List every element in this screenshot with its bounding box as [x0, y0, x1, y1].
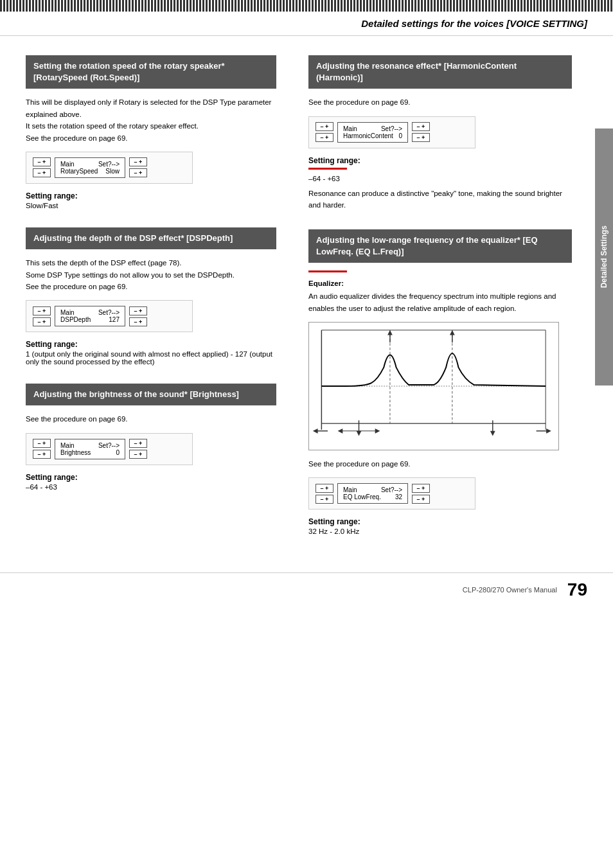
eq-lowfreq-body: Equalizer: An audio equalizer divides th… — [308, 278, 572, 314]
section-brightness: Adjusting the brightness of the sound* [… — [26, 384, 276, 491]
dsp-minus-bot[interactable]: – + — [33, 317, 51, 326]
harmonic-range-value: –64 - +63 — [308, 175, 572, 182]
svg-marker-12 — [313, 429, 318, 434]
harmonic-device: – + – + Main Set?--> HarmonicContent 0 –… — [308, 116, 475, 148]
eq-lowfreq-heading: Adjusting the low-range frequency of the… — [308, 229, 572, 263]
eq-right-btns: – + – + — [412, 484, 430, 504]
left-column: Setting the rotation speed of the rotary… — [0, 49, 296, 560]
brightness-device: – + – + Main Set?--> Brightness 0 – + – … — [26, 433, 193, 465]
section-dsp-depth: Adjusting the depth of the DSP effect* [… — [26, 227, 276, 366]
dsp-param-label: DSPDepth — [60, 316, 91, 323]
page-header: Detailed settings for the voices [VOICE … — [0, 12, 613, 36]
harmonic-range-label: Setting range: — [308, 156, 572, 165]
eq-param-label: EQ LowFreq. — [343, 493, 381, 500]
rotary-range-value: Slow/Fast — [26, 202, 276, 209]
rotary-range-label: Setting range: — [26, 191, 276, 200]
harmonic-plus-top[interactable]: – + — [412, 122, 430, 131]
rotary-main-label: Main — [60, 161, 75, 168]
dsp-set-label: Set?--> — [98, 309, 120, 316]
minus-btn-bot[interactable]: – + — [33, 168, 51, 177]
brightness-right-btns: – + – + — [129, 439, 147, 459]
manual-label: CLP-280/270 Owner's Manual — [463, 586, 557, 594]
svg-marker-14 — [546, 429, 551, 434]
svg-marker-16 — [387, 330, 393, 335]
svg-marker-10 — [490, 431, 495, 436]
eq-lowfreq-red-underline — [308, 270, 347, 272]
brightness-plus-bot[interactable]: – + — [129, 450, 147, 459]
section-rotary-speed: Setting the rotation speed of the rotary… — [26, 55, 276, 209]
barcode-strip — [0, 0, 613, 12]
rotary-speed-heading: Setting the rotation speed of the rotary… — [26, 55, 276, 89]
rotary-param-label: RotarySpeed — [60, 168, 98, 175]
eq-plus-bot[interactable]: – + — [412, 495, 430, 504]
header-title: Detailed settings for the voices [VOICE … — [361, 18, 587, 29]
brightness-left-btns: – + – + — [33, 439, 51, 459]
svg-marker-20 — [338, 429, 343, 434]
brightness-plus-top[interactable]: – + — [129, 439, 147, 448]
eq-plus-top[interactable]: – + — [412, 484, 430, 493]
svg-marker-21 — [375, 429, 380, 434]
harmonic-minus-bot[interactable]: – + — [315, 133, 333, 142]
dsp-value: 127 — [109, 316, 120, 323]
harmonic-heading: Adjusting the resonance effect* [Harmoni… — [308, 55, 572, 89]
dsp-left-btns: – + – + — [33, 306, 51, 326]
eq-minus-bot[interactable]: – + — [315, 495, 333, 504]
harmonic-plus-bot[interactable]: – + — [412, 133, 430, 142]
eq-main-label: Main — [343, 486, 357, 493]
eq-set-label: Set?--> — [381, 486, 402, 493]
eq-range-value: 32 Hz - 2.0 kHz — [308, 527, 572, 535]
eq-chart — [308, 322, 559, 450]
eq-screen: Main Set?--> EQ LowFreq. 32 — [337, 483, 408, 504]
svg-marker-18 — [450, 330, 455, 335]
dsp-main-label: Main — [60, 309, 75, 316]
dsp-screen: Main Set?--> DSPDepth 127 — [55, 306, 125, 326]
brightness-main-label: Main — [60, 442, 75, 449]
harmonic-screen: Main Set?--> HarmonicContent 0 — [337, 122, 408, 143]
plus-btn-bot-1[interactable]: – + — [129, 168, 147, 177]
harmonic-minus-top[interactable]: – + — [315, 122, 333, 131]
eq-see-proc: See the procedure on page 69. — [308, 458, 572, 470]
brightness-param-label: Brightness — [60, 449, 91, 456]
eq-device: – + – + Main Set?--> EQ LowFreq. 32 – + … — [308, 477, 475, 509]
minus-btn-top[interactable]: – + — [33, 157, 51, 166]
dsp-right-btns: – + – + — [129, 306, 147, 326]
brightness-set-label: Set?--> — [98, 442, 120, 449]
harmonic-red-underline — [308, 168, 347, 170]
svg-marker-8 — [357, 431, 362, 436]
brightness-minus-top[interactable]: – + — [33, 439, 51, 448]
harmonic-main-label: Main — [343, 125, 357, 132]
eq-minus-top[interactable]: – + — [315, 484, 333, 493]
brightness-body: See the procedure on page 69. — [26, 413, 276, 425]
eq-chart-svg — [309, 323, 558, 450]
rotary-speed-device: – + – + Main Set?--> RotarySpeed Slow – … — [26, 152, 193, 184]
section-harmonic: Adjusting the resonance effect* [Harmoni… — [308, 55, 572, 211]
dsp-range-label: Setting range: — [26, 340, 276, 349]
side-label-text: Detailed Settings — [600, 226, 609, 288]
brightness-minus-bot[interactable]: – + — [33, 450, 51, 459]
left-btn-group: – + – + — [33, 157, 51, 177]
right-column: Adjusting the resonance effect* [Harmoni… — [296, 49, 591, 560]
dsp-plus-top[interactable]: – + — [129, 306, 147, 315]
eq-left-btns: – + – + — [315, 484, 333, 504]
brightness-range-label: Setting range: — [26, 473, 276, 482]
eq-range-label: Setting range: — [308, 517, 572, 526]
harmonic-value: 0 — [398, 132, 402, 139]
dsp-plus-bot[interactable]: – + — [129, 317, 147, 326]
rotary-set-label: Set?--> — [98, 161, 120, 168]
section-eq-lowfreq: Adjusting the low-range frequency of the… — [308, 229, 572, 536]
brightness-value: 0 — [116, 449, 120, 456]
harmonic-left-btns: – + – + — [315, 122, 333, 142]
eq-value: 32 — [395, 493, 402, 500]
rotary-speed-screen: Main Set?--> RotarySpeed Slow — [55, 157, 125, 178]
harmonic-param-label: HarmonicContent — [343, 132, 393, 139]
brightness-heading: Adjusting the brightness of the sound* [… — [26, 384, 276, 405]
dsp-range-value: 1 (output only the original sound with a… — [26, 350, 276, 366]
harmonic-right-btns: – + – + — [412, 122, 430, 142]
dsp-minus-top[interactable]: – + — [33, 306, 51, 315]
harmonic-extra-text: Resonance can produce a distinctive "pea… — [308, 188, 572, 211]
dsp-depth-device: – + – + Main Set?--> DSPDepth 127 – + – … — [26, 300, 193, 332]
rotary-value: Slow — [105, 168, 120, 175]
harmonic-set-label: Set?--> — [381, 125, 402, 132]
plus-btn-top-1[interactable]: – + — [129, 157, 147, 166]
harmonic-see-proc: See the procedure on page 69. — [308, 96, 572, 108]
